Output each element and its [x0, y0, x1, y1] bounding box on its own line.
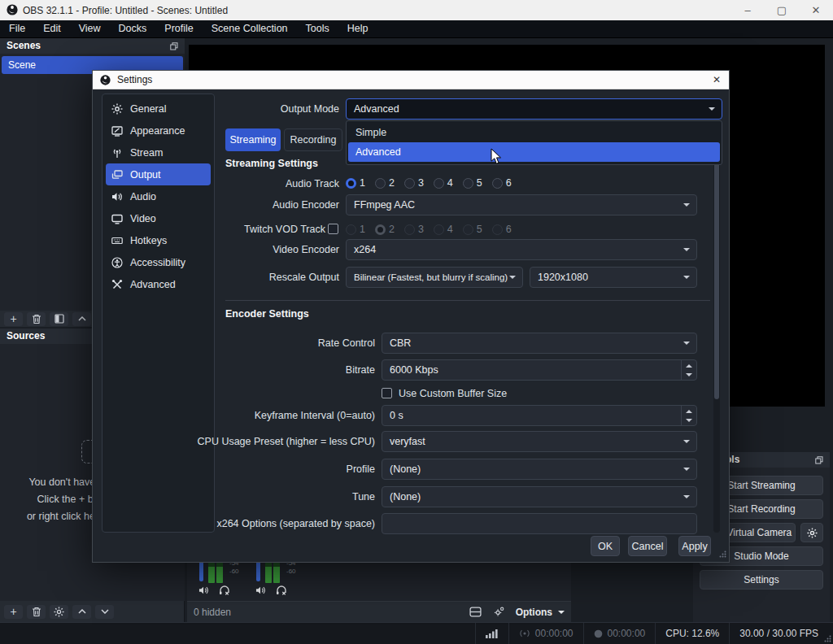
spin-down-icon[interactable]	[682, 370, 696, 380]
virtual-camera-settings-button[interactable]	[800, 523, 823, 542]
spin-up-icon[interactable]	[682, 406, 696, 416]
sources-dock-title: Sources	[7, 329, 45, 344]
menu-tools[interactable]: Tools	[297, 20, 338, 37]
scenes-dock-header: Scenes	[0, 38, 185, 54]
tab-recording[interactable]: Recording	[284, 128, 342, 151]
audio-track-radio-6[interactable]	[492, 178, 503, 189]
advanced-audio-icon[interactable]	[493, 607, 504, 617]
output-mode-dropdown: Simple Advanced	[346, 120, 722, 165]
appearance-icon	[111, 125, 123, 137]
move-scene-up-button[interactable]	[72, 312, 91, 326]
cancel-button[interactable]: Cancel	[628, 536, 667, 556]
monitor-mute-icon[interactable]	[276, 585, 287, 595]
audio-track-radio-5[interactable]	[463, 178, 473, 189]
maximize-button[interactable]: ▢	[765, 0, 799, 20]
tune-select[interactable]: (None)	[382, 486, 697, 507]
bitrate-label: Bitrate	[142, 363, 375, 376]
scene-filters-button[interactable]	[50, 312, 68, 326]
audio-track-radio-3[interactable]	[404, 178, 415, 189]
vod-track-radio-5[interactable]	[463, 224, 473, 235]
popout-icon[interactable]	[170, 42, 178, 50]
spin-down-icon[interactable]	[682, 416, 696, 425]
add-source-button[interactable]: +	[4, 605, 23, 619]
mixer-options-button[interactable]: Options	[516, 607, 565, 618]
rescale-filter-select[interactable]: Bilinear (Fastest, but blurry if scaling…	[346, 267, 523, 288]
volume-slider[interactable]	[199, 559, 203, 581]
record-icon	[594, 629, 603, 638]
vod-track-radio-2[interactable]	[375, 224, 386, 235]
x264-options-input[interactable]	[382, 513, 697, 534]
minimize-button[interactable]: –	[731, 0, 765, 20]
close-button[interactable]: ✕	[799, 0, 833, 20]
source-properties-button[interactable]	[50, 605, 68, 619]
remove-source-button[interactable]	[27, 605, 46, 619]
video-encoder-label: Video Encoder	[142, 243, 339, 256]
profile-select[interactable]: (None)	[382, 459, 697, 480]
radio-label: 6	[506, 177, 512, 189]
window-titlebar: OBS 32.1.1 - Profile: Untitled - Scenes:…	[0, 0, 833, 20]
popout-icon[interactable]	[815, 456, 823, 464]
tab-streaming[interactable]: Streaming	[225, 128, 281, 151]
vod-track-radio-3[interactable]	[404, 224, 415, 235]
apply-button[interactable]: Apply	[678, 536, 711, 556]
x264-options-label: x264 Options (separated by space)	[142, 517, 375, 530]
audio-meter[interactable]: -54-60	[194, 558, 246, 598]
menu-help[interactable]: Help	[338, 20, 377, 37]
rescale-resolution-select[interactable]: 1920x1080	[530, 267, 697, 288]
move-source-down-button[interactable]	[95, 605, 114, 619]
profile-label: Profile	[142, 463, 375, 476]
dialog-scrollbar[interactable]	[713, 121, 720, 533]
vod-track-radio-6[interactable]	[492, 224, 503, 235]
cpu-preset-select[interactable]: veryfast	[382, 431, 697, 452]
dialog-close-button[interactable]: ✕	[704, 74, 729, 85]
keyboard-icon	[111, 235, 123, 246]
custom-buffer-checkbox[interactable]	[382, 388, 392, 398]
sidebar-item-appearance[interactable]: Appearance	[106, 120, 211, 141]
dialog-title: Settings	[117, 74, 152, 85]
twitch-vod-track-checkbox[interactable]	[328, 224, 338, 234]
volume-slider[interactable]	[256, 559, 260, 581]
ok-button[interactable]: OK	[591, 536, 620, 556]
move-source-up-button[interactable]	[72, 605, 91, 619]
twitch-vod-track-label: Twitch VOD Track	[142, 223, 325, 236]
output-icon	[111, 169, 123, 181]
settings-button[interactable]: Settings	[700, 570, 823, 590]
rate-control-select[interactable]: CBR	[382, 333, 697, 354]
menu-scene-collection[interactable]: Scene Collection	[203, 20, 297, 37]
audio-encoder-select[interactable]: FFmpeg AAC	[346, 194, 697, 215]
monitor-mute-icon[interactable]	[219, 585, 230, 595]
remove-scene-button[interactable]	[27, 312, 46, 326]
speaker-icon[interactable]	[255, 585, 266, 595]
twitch-vod-radios: 1 2 3 4 5 6	[346, 222, 512, 237]
keyframe-interval-input[interactable]: 0 s	[382, 405, 697, 426]
audio-track-radio-4[interactable]	[434, 178, 444, 189]
audio-track-radio-2[interactable]	[375, 178, 386, 189]
menu-docks[interactable]: Docks	[110, 20, 156, 37]
broadcast-icon	[519, 629, 530, 637]
spin-up-icon[interactable]	[682, 360, 696, 370]
sidebar-item-stream[interactable]: Stream	[106, 141, 211, 163]
output-mode-select[interactable]: Advanced	[346, 98, 722, 120]
menu-file[interactable]: File	[0, 20, 34, 37]
radio-label: 3	[418, 177, 424, 189]
add-scene-button[interactable]: +	[4, 312, 23, 326]
scenes-dock-title: Scenes	[7, 38, 41, 54]
resize-grip[interactable]	[824, 635, 831, 642]
vod-track-radio-4[interactable]	[434, 224, 444, 235]
video-encoder-select[interactable]: x264	[346, 239, 697, 260]
speaker-icon[interactable]	[198, 585, 209, 595]
menu-view[interactable]: View	[70, 20, 110, 37]
menu-edit[interactable]: Edit	[34, 20, 70, 37]
audio-track-radio-1[interactable]	[346, 178, 356, 189]
dialog-resize-grip[interactable]	[719, 550, 726, 558]
vod-track-radio-1[interactable]	[346, 224, 356, 235]
audio-meter[interactable]: -54-60	[251, 558, 303, 598]
dropdown-option-advanced[interactable]: Advanced	[348, 142, 720, 162]
menu-profile[interactable]: Profile	[155, 20, 202, 37]
radio-label: 2	[389, 224, 395, 235]
dropdown-option-simple[interactable]: Simple	[348, 123, 720, 142]
mixer-layout-icon[interactable]	[469, 607, 482, 617]
obs-logo-icon	[7, 4, 18, 15]
bitrate-input[interactable]: 6000 Kbps	[382, 359, 697, 381]
audio-track-label: Audio Track	[142, 177, 339, 190]
